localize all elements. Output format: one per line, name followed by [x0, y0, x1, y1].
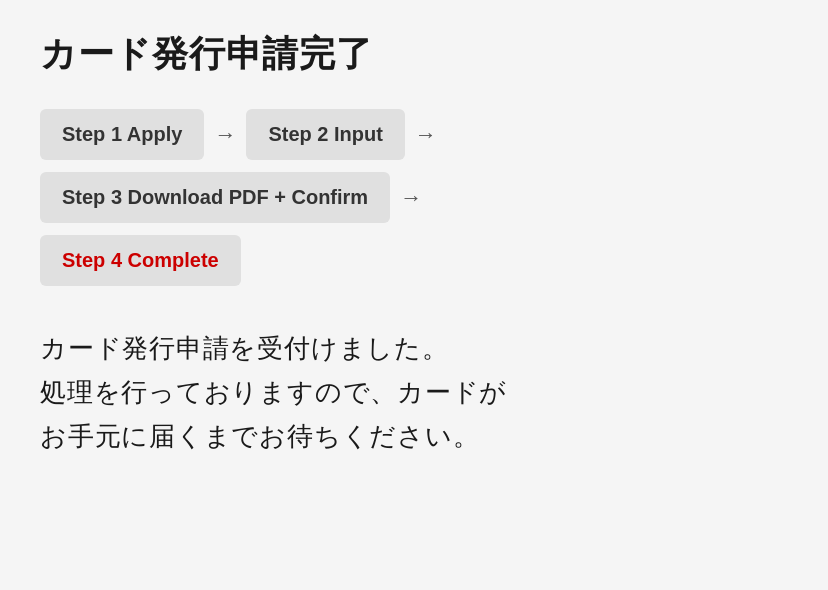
- steps-row-2: Step 3 Download PDF + Confirm →: [40, 172, 788, 223]
- steps-container: Step 1 Apply → Step 2 Input → Step 3 Dow…: [40, 109, 788, 286]
- body-line-2: 処理を行っておりますので、カードが: [40, 370, 788, 414]
- body-line-1: カード発行申請を受付けました。: [40, 326, 788, 370]
- page-title: カード発行申請完了: [40, 30, 788, 79]
- arrow-1: →: [214, 122, 236, 148]
- arrow-3: →: [400, 185, 422, 211]
- step-2-badge: Step 2 Input: [246, 109, 404, 160]
- steps-row-3: Step 4 Complete: [40, 235, 788, 286]
- step-4-badge: Step 4 Complete: [40, 235, 241, 286]
- body-line-3: お手元に届くまでお待ちください。: [40, 414, 788, 458]
- body-text: カード発行申請を受付けました。 処理を行っておりますので、カードが お手元に届く…: [40, 326, 788, 459]
- step-3-badge: Step 3 Download PDF + Confirm: [40, 172, 390, 223]
- arrow-2: →: [415, 122, 437, 148]
- step-1-badge: Step 1 Apply: [40, 109, 204, 160]
- steps-row-1: Step 1 Apply → Step 2 Input →: [40, 109, 788, 160]
